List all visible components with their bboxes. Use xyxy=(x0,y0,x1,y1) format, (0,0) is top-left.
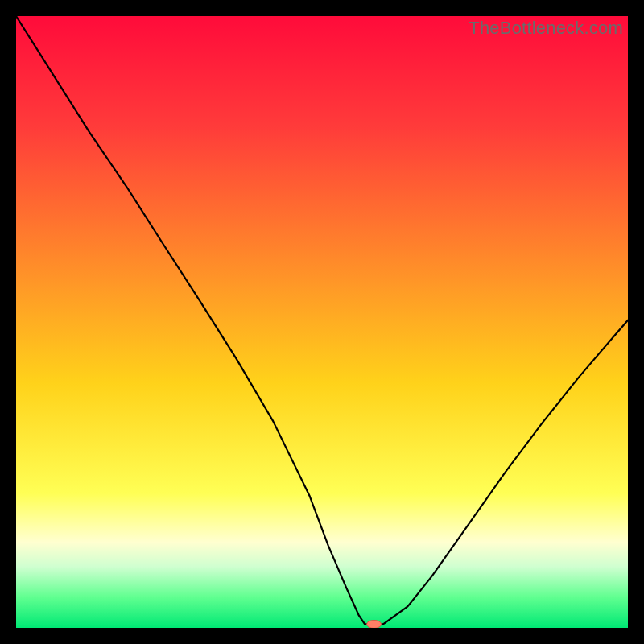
chart-frame: TheBottleneck.com xyxy=(16,16,628,628)
bottleneck-chart xyxy=(16,16,628,628)
optimal-point-marker xyxy=(367,620,382,628)
gradient-background xyxy=(16,16,628,628)
watermark-text: TheBottleneck.com xyxy=(469,18,623,39)
